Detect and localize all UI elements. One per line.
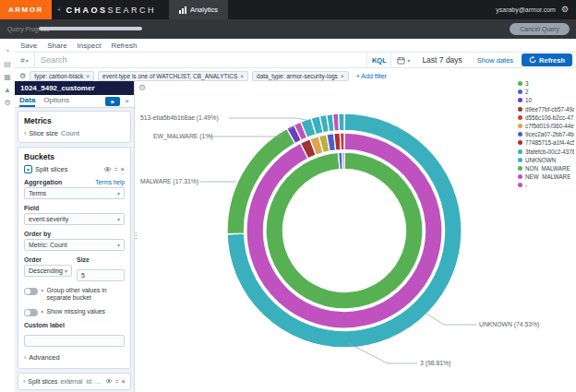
filter-pill-label: data_type: armor-security-logs <box>257 73 338 79</box>
chevron-down-icon: ▾ <box>407 57 410 64</box>
pie-slice[interactable] <box>342 152 344 170</box>
time-range-value[interactable]: Last 7 days <box>415 53 468 67</box>
inspect-button[interactable]: Inspect <box>78 42 102 50</box>
panel-resize-handle[interactable]: ⋮ <box>132 232 139 240</box>
legend-dot <box>518 174 522 179</box>
order-by-select[interactable]: Metric: Count ▾ <box>24 239 125 251</box>
toggle-x-icon: × <box>41 309 44 316</box>
legend-label: NON_MALWARE <box>525 165 570 172</box>
terms-help-link[interactable]: Terms help <box>95 179 125 185</box>
legend-item[interactable]: 10 <box>518 96 574 104</box>
legend-label: 10 <box>525 97 532 103</box>
size-input[interactable] <box>77 269 125 281</box>
discard-changes-icon[interactable]: × <box>125 97 129 105</box>
remove-filter-icon[interactable]: × <box>341 73 344 79</box>
legend-dot <box>518 124 522 128</box>
visualize-icon[interactable]: ▦ <box>4 74 11 81</box>
settings-gear-icon[interactable]: ⚙ <box>561 6 569 14</box>
field-select[interactable]: event.severity ▾ <box>24 213 125 225</box>
tab-analytics[interactable]: Analytics <box>169 0 228 19</box>
date-picker-button[interactable]: ▾ <box>390 53 415 67</box>
legend-dot <box>518 89 522 94</box>
field-label: Field <box>24 205 39 211</box>
slice-callout-label: 513-eba5b4b1b8ae (1.49%) <box>140 114 219 121</box>
hash-icon: # <box>20 56 24 65</box>
sub-bucket-icons: =× <box>105 377 126 386</box>
legend-dot <box>518 107 522 112</box>
drag-handle-icon[interactable]: = <box>114 166 118 172</box>
legend-item[interactable]: UNKNOWN <box>518 156 574 164</box>
legend-item[interactable]: NON_MALWARE <box>518 164 574 172</box>
eye-icon[interactable] <box>105 378 113 384</box>
legend-label: UNKNOWN <box>525 157 556 163</box>
legend-item[interactable]: 9cec2a07-2bb7-4b0... <box>518 130 574 138</box>
user-email[interactable]: ysaraby@armor.com <box>496 6 556 13</box>
filter-pill[interactable]: type: carbon-black× <box>30 71 94 81</box>
sub-bucket-detail: external_id: Desc... <box>60 378 102 385</box>
legend-item[interactable]: - <box>518 181 574 189</box>
order-select[interactable]: Descending ▾ <box>24 265 72 277</box>
legend-label: 77485715-a1f4-4c59... <box>525 139 574 146</box>
toggle-x-icon: × <box>41 288 44 295</box>
search-input[interactable] <box>35 53 366 67</box>
armor-logo[interactable]: ARMOR <box>0 0 52 19</box>
remove-filter-icon[interactable]: × <box>240 73 244 79</box>
slice-callout-label: 3 (98.81%) <box>420 360 450 366</box>
remove-bucket-icon[interactable]: × <box>122 377 126 386</box>
save-button[interactable]: Save <box>20 42 37 50</box>
tab-options[interactable]: Options <box>43 95 69 107</box>
share-button[interactable]: Share <box>47 42 66 50</box>
apply-changes-button[interactable]: ▶ <box>105 97 120 106</box>
pie-slice[interactable] <box>339 113 344 131</box>
filter-options-gear-icon[interactable]: ⚙ <box>19 72 26 80</box>
pie-slice[interactable] <box>340 133 344 150</box>
accordion-toggle-icon[interactable]: ▾ <box>24 165 32 173</box>
legend-item[interactable]: 3fafefcb-00c2-4376... <box>518 148 574 156</box>
panel-tabs: Data Options ▶ × <box>15 95 134 108</box>
drag-handle-icon[interactable]: = <box>115 378 119 385</box>
refresh-icon <box>529 56 536 64</box>
query-progress-bar: Query Progress Cancel Query <box>0 19 576 39</box>
refresh-link[interactable]: Refresh <box>111 42 137 50</box>
add-filter-button[interactable]: + Add filter <box>356 73 387 79</box>
legend-item[interactable]: d556c106-b2cc-471... <box>518 113 574 122</box>
split-slices-row[interactable]: ▾ Split slices = × <box>24 165 125 173</box>
legend-item[interactable]: 77485715-a1f4-4c59... <box>518 138 574 147</box>
legend-item[interactable]: c7f5d019-f360-44e... <box>518 122 574 130</box>
donut-chart[interactable] <box>135 81 576 392</box>
show-dates-button[interactable]: Show dates <box>469 53 522 67</box>
filter-pill[interactable]: event.type is one of WATCHLIST, CB_ANALY… <box>98 71 248 81</box>
slice-callout-label: UNKNOWN (74.53%) <box>479 321 539 327</box>
show-missing-toggle[interactable] <box>24 309 38 316</box>
aggregation-label: Aggregation <box>24 179 62 185</box>
advanced-accordion[interactable]: › Advanced <box>24 353 125 362</box>
sub-bucket-row[interactable]: ›Split slicesexternal_id: Desc...=× <box>18 373 131 390</box>
remove-filter-icon[interactable]: × <box>86 73 90 79</box>
kql-toggle[interactable]: KQL <box>366 53 390 67</box>
eye-icon[interactable] <box>103 166 112 172</box>
metric-row[interactable]: › Slice size Count <box>24 129 125 137</box>
remove-bucket-icon[interactable]: × <box>121 165 125 173</box>
metric-value: Count <box>61 129 79 137</box>
custom-label-input[interactable] <box>24 335 125 347</box>
map-icon[interactable]: ▲ <box>4 87 11 94</box>
clock-icon[interactable]: ◔ <box>6 48 10 55</box>
legend-item[interactable]: 2 <box>518 88 574 96</box>
legend-item[interactable]: 3 <box>518 79 574 88</box>
pie-slice[interactable] <box>266 152 423 309</box>
legend-item[interactable]: NEW_MALWARE <box>518 172 574 181</box>
legend-dot <box>518 115 522 120</box>
aggregation-value: Terms <box>29 190 46 196</box>
legend-item[interactable]: d9ee77bf-cb57-49a... <box>518 105 574 113</box>
aggregation-select[interactable]: Terms ▾ <box>24 187 125 199</box>
settings-icon[interactable]: ⚙ <box>4 100 10 107</box>
legend-dot <box>518 81 522 86</box>
dashboard-icon[interactable]: ▤ <box>4 61 11 68</box>
filter-pill[interactable]: data_type: armor-security-logs× <box>252 71 349 81</box>
group-other-toggle[interactable] <box>24 288 38 295</box>
advanced-label: Advanced <box>29 353 59 362</box>
saved-query-menu[interactable]: # ▾ <box>15 53 35 67</box>
cancel-query-button[interactable]: Cancel Query <box>510 23 570 35</box>
refresh-button[interactable]: Refresh <box>522 53 572 66</box>
tab-data[interactable]: Data <box>19 95 35 107</box>
